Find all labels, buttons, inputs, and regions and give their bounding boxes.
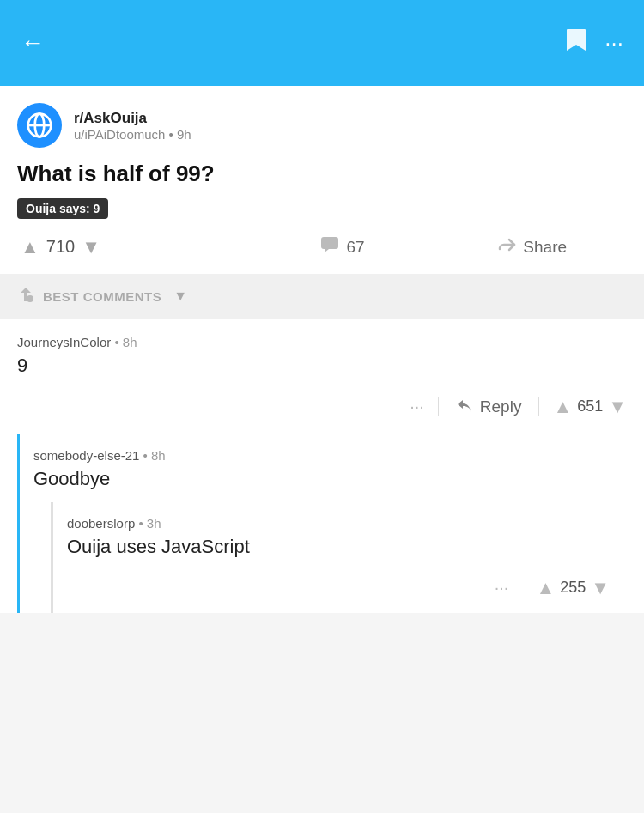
reply-button-0[interactable]: Share Reply bbox=[438, 397, 540, 416]
comment-time-0: 8h bbox=[123, 335, 137, 349]
comments-container: JourneysInColor • 8h 9 ··· Share Reply ▲… bbox=[0, 319, 644, 613]
post-container: r/AskOuija u/iPAiDtoomuch • 9h What is h… bbox=[0, 86, 644, 274]
comment-vote-2: ▲ 255 ▼ bbox=[522, 577, 610, 599]
share-button[interactable]: Share bbox=[437, 236, 627, 258]
post-author: u/iPAiDtoomuch • 9h bbox=[74, 127, 191, 142]
comment-top-level: JourneysInColor • 8h 9 ··· Share Reply ▲… bbox=[0, 319, 644, 434]
vote-count-2: 255 bbox=[560, 579, 586, 597]
downvote-icon[interactable]: ▼ bbox=[82, 236, 100, 258]
comment-count: 67 bbox=[346, 238, 364, 257]
more-options-icon[interactable]: ··· bbox=[605, 30, 623, 57]
comment-meta-2: dooberslorp • 3h bbox=[67, 516, 610, 531]
back-button[interactable]: ← bbox=[21, 29, 45, 57]
comment-level-2: dooberslorp • 3h Ouija uses JavaScript ·… bbox=[51, 502, 627, 613]
svg-point-5 bbox=[27, 295, 33, 302]
upvote-icon[interactable]: ▲ bbox=[21, 236, 39, 258]
comment-level-1-inner: somebody-else-21 • 8h Goodbye ··· ▲ 505 … bbox=[20, 434, 644, 613]
comment-meta-0: JourneysInColor • 8h bbox=[17, 335, 627, 349]
action-bar: ▲ 710 ▼ 67 Share bbox=[17, 233, 627, 260]
share-label: Share bbox=[523, 238, 567, 257]
comment-level-1: somebody-else-21 • 8h Goodbye ··· ▲ 505 … bbox=[17, 434, 644, 613]
subreddit-avatar bbox=[17, 103, 62, 148]
upvote-comment-0[interactable]: ▲ bbox=[553, 396, 572, 418]
downvote-comment-2[interactable]: ▼ bbox=[591, 577, 610, 599]
sort-label: BEST COMMENTS bbox=[43, 289, 161, 304]
comment-body-2: Ouija uses JavaScript bbox=[67, 536, 610, 558]
comment-vote-0: ▲ 651 ▼ bbox=[539, 396, 627, 418]
vote-controls[interactable]: ▲ 710 ▼ bbox=[17, 236, 248, 258]
comment-level-2-inner: dooberslorp • 3h Ouija uses JavaScript ·… bbox=[53, 502, 627, 613]
comment-actions-0: ··· Share Reply ▲ 651 ▼ bbox=[17, 389, 627, 434]
post-meta-text: r/AskOuija u/iPAiDtoomuch • 9h bbox=[74, 110, 191, 142]
comment-username-0[interactable]: JourneysInColor bbox=[17, 335, 111, 349]
comment-body-0: 9 bbox=[17, 355, 627, 377]
upvote-comment-2[interactable]: ▲ bbox=[536, 577, 555, 599]
svg-marker-4 bbox=[325, 249, 329, 252]
post-meta: r/AskOuija u/iPAiDtoomuch • 9h bbox=[17, 103, 627, 148]
share-icon bbox=[497, 236, 516, 258]
bookmark-icon[interactable] bbox=[565, 27, 587, 59]
comment-more-0[interactable]: ··· bbox=[396, 397, 438, 416]
app-header: ← ··· bbox=[0, 0, 644, 86]
comment-time-2: 3h bbox=[147, 516, 161, 531]
comment-actions-2: ··· ▲ 255 ▼ bbox=[67, 570, 610, 613]
comment-meta-1: somebody-else-21 • 8h bbox=[33, 448, 627, 463]
sort-icon bbox=[17, 286, 34, 307]
post-title: What is half of 99? bbox=[17, 160, 627, 188]
downvote-comment-0[interactable]: ▼ bbox=[608, 396, 627, 418]
comment-icon bbox=[320, 236, 339, 258]
comment-button[interactable]: 67 bbox=[248, 236, 438, 258]
sort-bar[interactable]: BEST COMMENTS ▼ bbox=[0, 274, 644, 319]
comment-time-1: 8h bbox=[151, 448, 166, 463]
reply-icon-0 bbox=[456, 397, 473, 416]
subreddit-name[interactable]: r/AskOuija bbox=[74, 110, 191, 127]
vote-count: 710 bbox=[46, 237, 75, 257]
sort-chevron-icon: ▼ bbox=[173, 288, 187, 304]
svg-rect-3 bbox=[321, 237, 338, 249]
vote-count-0: 651 bbox=[577, 397, 603, 416]
comment-username-2[interactable]: dooberslorp bbox=[67, 516, 135, 531]
comment-body-1: Goodbye bbox=[33, 468, 627, 490]
comment-username-1[interactable]: somebody-else-21 bbox=[33, 448, 139, 463]
comment-more-2[interactable]: ··· bbox=[481, 578, 523, 598]
post-flair: Ouija says: 9 bbox=[17, 198, 108, 219]
